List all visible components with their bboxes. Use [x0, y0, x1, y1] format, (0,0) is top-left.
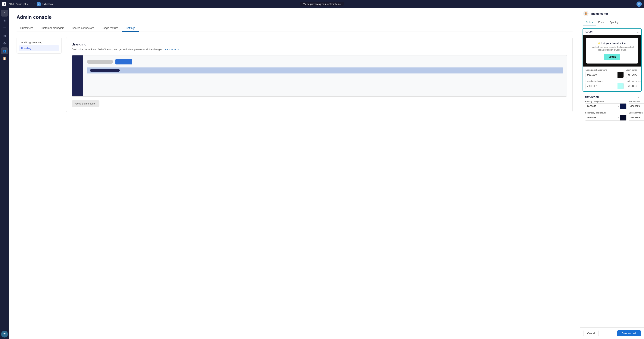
login-btn-hover-text-input[interactable]: [586, 85, 618, 88]
tab-settings[interactable]: Settings: [122, 24, 139, 32]
login-card-preview-button[interactable]: Button: [604, 54, 620, 60]
nav-primary-bg-clear-icon[interactable]: ✕: [617, 105, 620, 108]
navigation-section-header[interactable]: NAVIGATION ∧: [582, 94, 642, 100]
top-bar-account[interactable]: ACME Admin (OEM) ▾: [9, 3, 32, 6]
theme-editor-title: Theme editor: [590, 12, 608, 15]
top-bar-divider: /: [34, 3, 34, 6]
login-section-header[interactable]: LOGIN ∧: [583, 28, 641, 35]
preview-search-bar: [87, 60, 113, 64]
nav-secondary-bg-group: Secondary background ✕: [585, 112, 626, 121]
learn-more-link[interactable]: Learn more ↗: [164, 48, 179, 51]
theme-editor-header: 🎨 Theme editor: [580, 8, 644, 19]
login-btn-hover-input[interactable]: [586, 83, 624, 89]
tabs: Customers Customer managers Shared conne…: [16, 24, 572, 32]
sidebar-item-book[interactable]: ☰: [1, 25, 8, 32]
login-bg-label: Login page background: [586, 69, 624, 71]
settings-nav: Audit log streaming Branding: [16, 37, 62, 54]
nav-secondary-bg-input[interactable]: ✕: [585, 115, 626, 121]
preview-content-row: [87, 68, 563, 74]
page-title: Admin console: [16, 14, 572, 20]
login-card-title: ✨ Let your brand shine!: [590, 42, 634, 44]
top-bar: A ACME Admin (OEM) ▾ / O Orchestrate You…: [0, 0, 644, 8]
nav-secondary-bg-label: Secondary background: [585, 112, 626, 114]
login-btn-hover-field-group: Login button hover: [586, 80, 624, 89]
sidebar-item-snowflake[interactable]: ✳: [1, 17, 8, 24]
login-btn-text-color-input[interactable]: [626, 85, 642, 88]
nav-primary-bg-label: Primary background: [585, 100, 626, 102]
sidebar-item-wrench[interactable]: ⚙: [1, 40, 8, 46]
preview-main: [83, 56, 567, 96]
navigation-section: NAVIGATION ∧ Primary background ✕ Primar…: [582, 94, 642, 123]
app-body: ⌂ ✳ ☰ ⊞ ⚙ 👥 📋 W Admin console Customers …: [0, 8, 644, 339]
cancel-button[interactable]: Cancel: [583, 330, 599, 336]
login-bg-field-group: Login page background: [586, 69, 624, 78]
tab-customer-managers[interactable]: Customer managers: [37, 24, 68, 32]
app-icon: O: [37, 2, 40, 6]
theme-tab-spacing[interactable]: Spacing: [607, 19, 621, 26]
user-avatar[interactable]: E: [636, 2, 642, 7]
sidebar-item-home[interactable]: ⌂: [1, 10, 8, 16]
nav-primary-text-text-input[interactable]: [629, 105, 644, 108]
login-btn-hover-swatch[interactable]: [618, 83, 624, 89]
settings-nav-branding[interactable]: Branding: [19, 45, 59, 51]
login-btn-text-input-field[interactable]: [626, 83, 642, 89]
sidebar-bottom-logo[interactable]: W: [1, 331, 8, 338]
login-btn-text-field-group: Login button text: [626, 80, 642, 89]
nav-secondary-bg-text-input[interactable]: [585, 116, 617, 119]
nav-secondary-bg-swatch[interactable]: [620, 115, 626, 121]
nav-secondary-text-label: Secondary text: [629, 112, 644, 114]
navigation-section-chevron-icon: ∧: [638, 96, 639, 98]
theme-editor-panel: 🎨 Theme editor Colors Fonts Spacing LOGI…: [580, 8, 644, 339]
tab-usage-metrics[interactable]: Usage metrics: [98, 24, 122, 32]
login-btn-hover-label: Login button hover: [586, 80, 624, 82]
preview-action-button: [116, 59, 132, 64]
nav-primary-text-group: Primary text ✕: [629, 100, 644, 109]
nav-secondary-text-text-input[interactable]: [629, 116, 644, 119]
account-chevron-icon: ▾: [30, 3, 32, 6]
theme-editor-icon: 🎨: [583, 11, 588, 16]
theme-tab-fonts[interactable]: Fonts: [596, 19, 607, 26]
settings-nav-audit-log[interactable]: Audit log streaming: [19, 40, 59, 45]
login-btn-text-input[interactable]: [626, 74, 642, 76]
nav-primary-bg-text-input[interactable]: [585, 105, 617, 108]
settings-layout: Audit log streaming Branding Branding Cu…: [16, 37, 572, 112]
account-name-label: ACME Admin (OEM): [9, 3, 29, 6]
branding-preview: [72, 55, 567, 96]
nav-secondary-bg-clear-icon[interactable]: ✕: [617, 116, 620, 119]
sidebar-item-grid[interactable]: ⊞: [1, 32, 8, 39]
go-to-theme-editor-button[interactable]: Go to theme editor: [72, 100, 100, 107]
login-color-fields: Login page background Login button Login…: [583, 66, 641, 91]
login-btn-field-group: Login button: [626, 69, 642, 78]
login-bg-input[interactable]: [586, 72, 624, 78]
login-btn-input[interactable]: [626, 72, 642, 78]
left-sidebar: ⌂ ✳ ☰ ⊞ ⚙ 👥 📋 W: [0, 8, 9, 339]
preview-sidebar: [72, 56, 83, 96]
content-area: Admin console Customers Customer manager…: [9, 8, 580, 339]
app-name-label: Orchestrate: [42, 3, 54, 6]
sidebar-item-users[interactable]: 👥: [1, 47, 8, 54]
preview-top-row: [87, 59, 563, 64]
theme-editor-footer: Cancel Save and exit: [580, 327, 644, 339]
sidebar-item-reports[interactable]: 📋: [1, 55, 8, 62]
nav-secondary-text-input[interactable]: ✕: [629, 115, 644, 121]
preview-content-bar: [90, 69, 120, 72]
branding-description: Customize the look and feel of the app a…: [72, 48, 567, 51]
login-bg-swatch[interactable]: [618, 72, 624, 78]
nav-primary-bg-swatch[interactable]: [620, 103, 626, 109]
nav-primary-text-input[interactable]: ✕: [629, 103, 644, 109]
login-btn-text-label: Login button text: [626, 80, 642, 82]
nav-primary-bg-input[interactable]: ✕: [585, 103, 626, 109]
branding-panel: Branding Customize the look and feel of …: [66, 37, 572, 112]
tab-shared-connectors[interactable]: Shared connectors: [68, 24, 98, 32]
theme-tab-colors[interactable]: Colors: [583, 19, 596, 26]
theme-tabs: Colors Fonts Spacing: [580, 19, 644, 26]
tab-customers[interactable]: Customers: [16, 24, 37, 32]
nav-primary-bg-group: Primary background ✕: [585, 100, 626, 109]
navigation-color-fields: Primary background ✕ Primary text ✕: [582, 100, 642, 123]
navigation-section-title: NAVIGATION: [585, 96, 599, 98]
branding-title: Branding: [72, 42, 567, 46]
save-and-exit-button[interactable]: Save and exit: [617, 330, 641, 336]
login-bg-text-input[interactable]: [586, 74, 618, 76]
nav-secondary-text-group: Secondary text ✕: [629, 112, 644, 121]
login-card: ✨ Let your brand shine! Here's all you n…: [586, 38, 638, 64]
